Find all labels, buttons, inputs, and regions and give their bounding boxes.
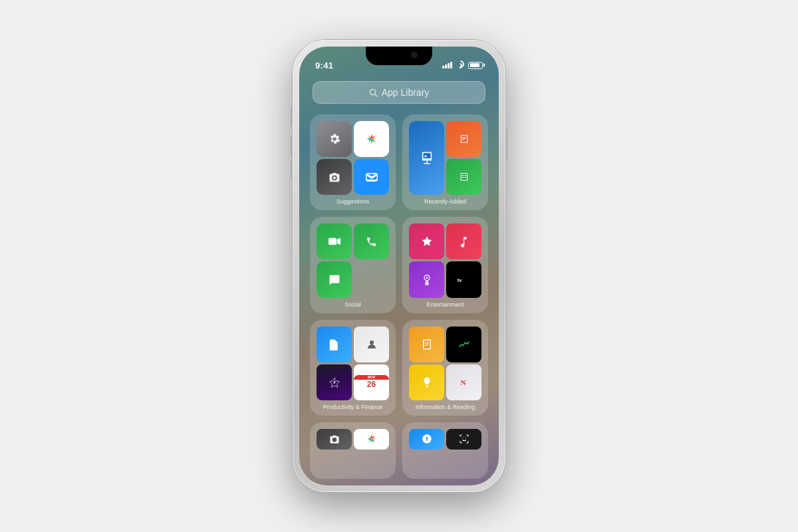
folder-productivity-label: Productivity & Finance	[323, 404, 383, 410]
svg-rect-32	[425, 385, 428, 386]
svg-marker-20	[336, 238, 340, 245]
app-shortcuts[interactable]	[317, 364, 352, 400]
svg-text:N: N	[460, 378, 466, 386]
app-appstore[interactable]	[409, 429, 444, 450]
folder-productivity[interactable]: MON 26 Productivity & Finance	[310, 320, 396, 416]
search-icon	[369, 88, 378, 97]
app-camera-bottom[interactable]	[317, 429, 352, 450]
folder-recently-added[interactable]: Recently Added	[402, 114, 488, 210]
status-icons	[442, 62, 483, 69]
app-messages[interactable]	[317, 261, 352, 297]
folder-social[interactable]: Social	[310, 217, 396, 313]
app-tips[interactable]	[409, 364, 444, 400]
folder-entertainment[interactable]: tv Entertainment	[402, 217, 488, 313]
status-time: 9:41	[315, 61, 333, 70]
app-files[interactable]	[317, 327, 352, 362]
svg-point-23	[426, 277, 428, 279]
phone-frame: 9:41 A	[293, 40, 505, 492]
folder-entertainment-label: Entertainment	[426, 301, 464, 308]
search-bar-label: App Library	[382, 87, 430, 98]
app-photos-bottom[interactable]	[354, 429, 389, 450]
app-podcasts[interactable]	[409, 261, 444, 297]
svg-point-25	[370, 340, 374, 344]
phone-screen: 9:41 A	[299, 47, 499, 485]
folder-recently-added-label: Recently Added	[424, 198, 466, 205]
svg-rect-18	[464, 177, 466, 178]
svg-rect-9	[461, 136, 466, 142]
notch	[366, 47, 432, 65]
app-settings[interactable]	[317, 121, 352, 157]
svg-marker-21	[422, 237, 432, 246]
wifi-icon	[456, 62, 465, 68]
svg-rect-17	[462, 177, 464, 178]
app-library-search[interactable]: App Library	[313, 81, 485, 104]
app-appletv[interactable]: tv	[446, 261, 481, 297]
svg-line-1	[375, 94, 377, 96]
grid-row-1: Suggestions	[310, 114, 488, 210]
app-stocks[interactable]	[446, 327, 481, 362]
app-contacts[interactable]	[354, 327, 389, 362]
svg-rect-33	[426, 386, 428, 388]
svg-rect-14	[461, 174, 466, 180]
svg-rect-16	[464, 175, 466, 176]
app-music[interactable]	[446, 223, 481, 259]
signal-bars-icon	[442, 62, 452, 68]
grid-row-2: Social	[310, 217, 488, 313]
app-mail[interactable]	[354, 159, 389, 195]
search-container: App Library	[299, 76, 499, 112]
svg-rect-19	[329, 238, 336, 245]
app-facetime[interactable]	[317, 223, 352, 259]
app-news[interactable]: N	[446, 364, 481, 400]
folder-utility2[interactable]	[402, 422, 488, 479]
app-camera[interactable]	[317, 159, 352, 195]
folder-suggestions[interactable]: Suggestions	[310, 114, 396, 210]
svg-rect-28	[424, 340, 430, 348]
folder-information-label: Information & Reading	[416, 404, 475, 410]
grid-row-3: MON 26 Productivity & Finance	[310, 320, 488, 416]
app-photos[interactable]	[354, 121, 389, 157]
app-pages[interactable]	[446, 121, 481, 157]
folder-information[interactable]: N Information & Reading	[402, 320, 488, 416]
folder-suggestions-label: Suggestions	[336, 198, 370, 205]
svg-rect-15	[462, 175, 464, 176]
app-grid: Suggestions	[299, 112, 499, 485]
app-books[interactable]	[409, 327, 444, 362]
battery-icon	[468, 62, 483, 69]
svg-rect-4	[423, 153, 430, 158]
app-facerecog[interactable]	[446, 429, 481, 450]
app-itunes[interactable]	[409, 223, 444, 259]
app-keynote[interactable]	[409, 121, 444, 195]
folder-utility1[interactable]	[310, 422, 396, 479]
app-phone[interactable]	[354, 223, 389, 259]
svg-rect-6	[424, 163, 430, 164]
app-numbers[interactable]	[446, 159, 481, 195]
app-calendar[interactable]: MON 26	[354, 364, 389, 400]
svg-text:tv: tv	[457, 277, 462, 283]
folder-social-label: Social	[344, 301, 361, 308]
grid-row-4	[310, 422, 488, 479]
camera-dot	[411, 52, 418, 59]
